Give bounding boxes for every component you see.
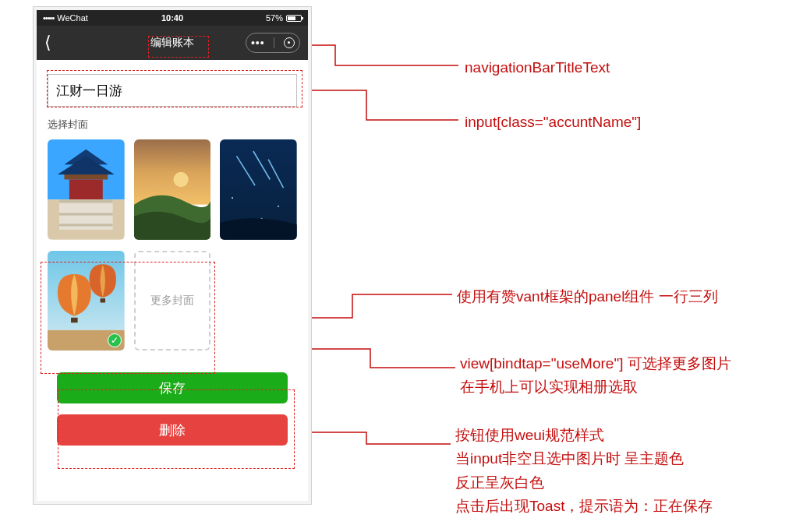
sunset-image-icon	[134, 139, 211, 240]
svg-rect-8	[59, 213, 113, 215]
cover-grid-row2: ✓ 更多封面	[48, 251, 297, 351]
cover-option-sunset[interactable]	[134, 139, 211, 240]
cover-section-label: 选择封面	[48, 118, 297, 132]
capsule-menu: •••	[246, 33, 300, 53]
close-miniprogram-icon[interactable]	[284, 37, 295, 48]
more-cover-button[interactable]: 更多封面	[134, 251, 211, 351]
svg-rect-7	[59, 199, 113, 203]
cover-grid	[48, 139, 297, 240]
more-menu-icon[interactable]: •••	[251, 37, 265, 49]
back-icon[interactable]: ⟨	[44, 34, 51, 51]
annotation-nav-title: navigationBarTitleText	[465, 56, 610, 79]
page-title: 编辑账本	[150, 36, 194, 50]
annotation-usemore: view[bindtap="useMore"] 可选择更多图片 在手机上可以实现…	[460, 352, 731, 400]
svg-rect-10	[134, 139, 211, 205]
save-button[interactable]: 保存	[57, 372, 288, 403]
clock-label: 10:40	[161, 13, 183, 23]
svg-point-17	[278, 206, 279, 207]
annotation-panel: 使用有赞vant框架的panel组件 一行三列	[457, 285, 718, 308]
selected-check-icon: ✓	[108, 333, 122, 347]
battery-icon	[286, 15, 302, 22]
cover-option-night[interactable]	[220, 139, 297, 240]
svg-point-16	[232, 197, 233, 199]
night-sky-image-icon	[220, 139, 297, 240]
svg-rect-4	[64, 174, 108, 179]
account-name-row	[48, 74, 297, 107]
svg-point-11	[173, 172, 188, 187]
annotation-buttons: 按钮使用weui规范样式 当input非空且选中图片时 呈主题色 反正呈灰白色 …	[455, 424, 713, 519]
status-bar: ••••• WeChat 10:40 57%	[37, 10, 308, 26]
page-content: 选择封面	[37, 60, 308, 453]
cover-option-temple[interactable]	[48, 139, 125, 240]
svg-rect-22	[101, 298, 105, 302]
action-buttons: 保存 删除	[48, 372, 297, 446]
nav-bar: ⟨ 编辑账本 •••	[37, 26, 308, 60]
battery-pct-label: 57%	[266, 13, 283, 23]
temple-image-icon	[48, 139, 125, 240]
svg-rect-5	[69, 179, 103, 199]
phone-viewport: ••••• WeChat 10:40 57% ⟨ 编辑账本 •••	[37, 10, 308, 501]
carrier-label: WeChat	[57, 13, 88, 23]
more-cover-label: 更多封面	[150, 294, 194, 308]
signal-dots-icon: •••••	[43, 13, 54, 23]
svg-rect-21	[71, 317, 78, 322]
screenshot-frame: ••••• WeChat 10:40 57% ⟨ 编辑账本 •••	[33, 6, 312, 505]
svg-rect-9	[59, 224, 113, 226]
account-name-input[interactable]	[48, 74, 297, 107]
delete-button[interactable]: 删除	[57, 414, 288, 446]
cover-option-balloons[interactable]: ✓	[48, 251, 125, 351]
annotation-input: input[class="accuntName"]	[465, 111, 641, 134]
